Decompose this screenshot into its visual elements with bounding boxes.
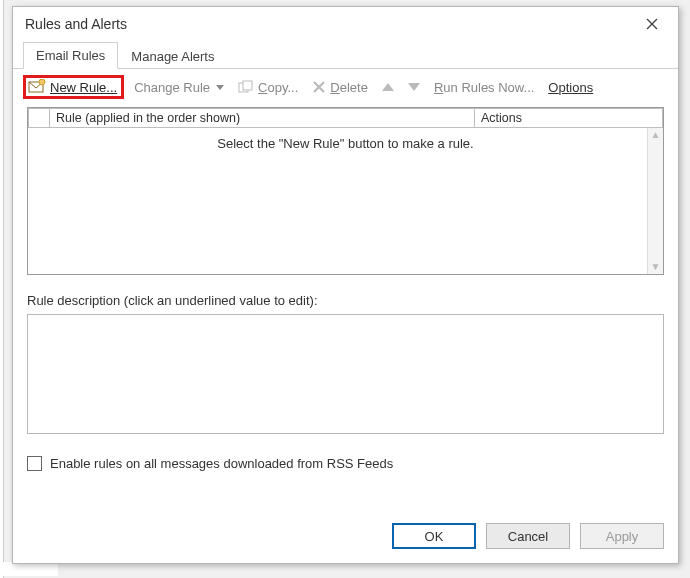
run-rules-now-label: Run Rules Now... — [434, 80, 534, 95]
tab-email-rules[interactable]: Email Rules — [23, 42, 118, 69]
rss-checkbox-label: Enable rules on all messages downloaded … — [50, 456, 393, 471]
grid-body: Select the "New Rule" button to make a r… — [28, 128, 663, 274]
svg-rect-3 — [243, 81, 252, 90]
toolbar: New Rule... Change Rule Copy... Delete R… — [13, 69, 678, 107]
grid-header: Rule (applied in the order shown) Action… — [28, 108, 663, 128]
change-rule-button[interactable]: Change Rule — [130, 78, 228, 97]
tab-label: Manage Alerts — [131, 49, 214, 64]
svg-point-1 — [39, 79, 45, 85]
dialog-buttons: OK Cancel Apply — [13, 509, 678, 563]
move-down-button[interactable] — [404, 81, 424, 93]
rss-checkbox-row[interactable]: Enable rules on all messages downloaded … — [27, 456, 664, 471]
move-up-button[interactable] — [378, 81, 398, 93]
options-button[interactable]: Options — [544, 78, 597, 97]
cancel-label: Cancel — [508, 529, 548, 544]
new-rule-button[interactable]: New Rule... — [23, 75, 124, 99]
grid-col-checkbox[interactable] — [28, 108, 50, 128]
copy-button[interactable]: Copy... — [234, 78, 302, 97]
arrow-down-icon — [408, 83, 420, 91]
titlebar: Rules and Alerts — [13, 7, 678, 41]
grid-empty-message: Select the "New Rule" button to make a r… — [28, 128, 663, 151]
new-rule-icon — [28, 79, 46, 95]
close-icon — [646, 18, 658, 30]
grid-scrollbar[interactable]: ▲ ▼ — [647, 128, 663, 274]
rss-checkbox[interactable] — [27, 456, 42, 471]
ok-button[interactable]: OK — [392, 523, 476, 549]
grid-col-rule-label: Rule (applied in the order shown) — [56, 111, 240, 125]
run-rules-now-button[interactable]: Run Rules Now... — [430, 78, 538, 97]
delete-button[interactable]: Delete — [308, 78, 372, 97]
tab-label: Email Rules — [36, 48, 105, 63]
scroll-down-icon: ▼ — [651, 262, 661, 272]
grid-col-rule[interactable]: Rule (applied in the order shown) — [50, 108, 475, 128]
apply-label: Apply — [606, 529, 639, 544]
ok-label: OK — [425, 529, 444, 544]
grid-col-actions[interactable]: Actions — [475, 108, 663, 128]
cancel-button[interactable]: Cancel — [486, 523, 570, 549]
grid-col-actions-label: Actions — [481, 111, 522, 125]
close-button[interactable] — [634, 10, 670, 38]
rule-description-box[interactable] — [27, 314, 664, 434]
change-rule-label: Change Rule — [134, 80, 210, 95]
tabstrip: Email Rules Manage Alerts — [13, 41, 678, 69]
delete-icon — [312, 80, 326, 94]
arrow-up-icon — [382, 83, 394, 91]
copy-label: Copy... — [258, 80, 298, 95]
content-area: Rule (applied in the order shown) Action… — [13, 107, 678, 509]
rule-description-label: Rule description (click an underlined va… — [27, 293, 664, 308]
options-label: Options — [548, 80, 593, 95]
new-rule-label: New Rule... — [50, 80, 117, 95]
chevron-down-icon — [216, 85, 224, 90]
scroll-up-icon: ▲ — [651, 130, 661, 140]
delete-label: Delete — [330, 80, 368, 95]
rules-grid: Rule (applied in the order shown) Action… — [27, 107, 664, 275]
apply-button: Apply — [580, 523, 664, 549]
copy-icon — [238, 80, 254, 94]
tab-manage-alerts[interactable]: Manage Alerts — [118, 43, 227, 69]
dialog-title: Rules and Alerts — [25, 16, 634, 32]
rules-and-alerts-dialog: Rules and Alerts Email Rules Manage Aler… — [12, 6, 679, 564]
